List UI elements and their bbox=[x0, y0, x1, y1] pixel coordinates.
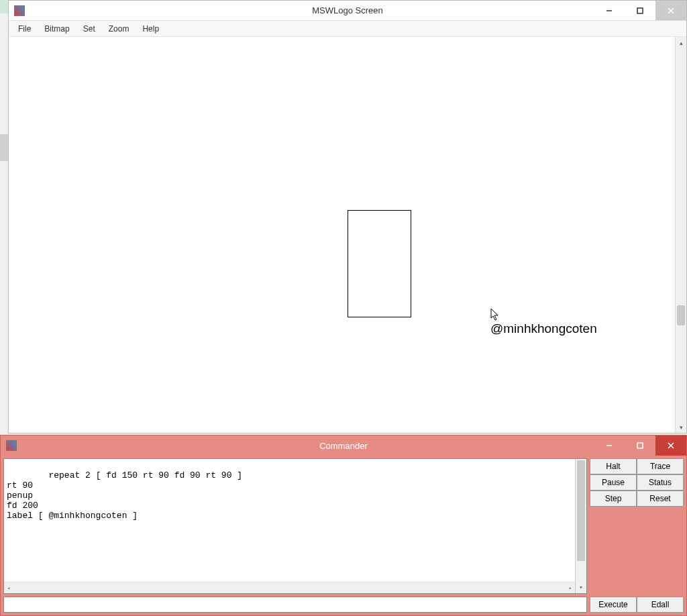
pause-button[interactable]: Pause bbox=[590, 474, 637, 491]
history-h-scrollbar[interactable]: ◂ ▸ bbox=[4, 582, 575, 593]
cursor-icon bbox=[490, 308, 500, 321]
history-v-scrollbar[interactable]: ▴ ▾ bbox=[575, 459, 586, 593]
menubar: File Bitmap Set Zoom Help bbox=[9, 21, 686, 37]
command-history[interactable]: repeat 2 [ fd 150 rt 90 fd 90 rt 90 ] rt… bbox=[3, 458, 587, 594]
reset-button[interactable]: Reset bbox=[637, 491, 684, 507]
mswlogo-window: MSWLogo Screen File Bitmap Set Zoom Help… bbox=[8, 0, 687, 433]
commander-titlebar[interactable]: Commander bbox=[1, 435, 686, 456]
window-controls bbox=[594, 435, 686, 456]
close-button[interactable] bbox=[655, 435, 686, 456]
canvas-label-text: @minhkhongcoten bbox=[490, 321, 597, 336]
maximize-icon bbox=[637, 442, 643, 449]
minimize-button[interactable] bbox=[594, 1, 625, 20]
maximize-button[interactable] bbox=[625, 1, 655, 20]
titlebar[interactable]: MSWLogo Screen bbox=[9, 1, 686, 21]
close-icon bbox=[668, 442, 674, 449]
close-button[interactable] bbox=[655, 1, 686, 20]
status-button[interactable]: Status bbox=[637, 474, 684, 491]
scrollbar-thumb[interactable] bbox=[577, 460, 585, 561]
close-icon bbox=[668, 7, 674, 14]
background-peek-left bbox=[0, 0, 8, 435]
canvas-v-scrollbar[interactable]: ▴ ▾ bbox=[675, 37, 686, 433]
menu-help[interactable]: Help bbox=[136, 22, 166, 36]
commander-window: Commander repeat 2 [ fd 150 rt 90 fd 90 … bbox=[0, 435, 687, 616]
scroll-right-icon[interactable]: ▸ bbox=[569, 584, 572, 592]
maximize-button[interactable] bbox=[625, 435, 655, 456]
drawn-rectangle bbox=[348, 210, 411, 317]
maximize-icon bbox=[637, 7, 643, 14]
commander-main: repeat 2 [ fd 150 rt 90 fd 90 rt 90 ] rt… bbox=[3, 458, 684, 594]
menu-file[interactable]: File bbox=[11, 22, 38, 36]
svg-rect-1 bbox=[637, 8, 643, 13]
trace-button[interactable]: Trace bbox=[637, 458, 684, 474]
halt-button[interactable]: Halt bbox=[590, 458, 637, 474]
app-icon bbox=[14, 5, 25, 16]
minimize-icon bbox=[606, 7, 613, 14]
scroll-down-icon[interactable]: ▾ bbox=[676, 421, 686, 433]
scroll-left-icon[interactable]: ◂ bbox=[7, 584, 10, 592]
edall-button[interactable]: Edall bbox=[637, 597, 684, 613]
command-input[interactable] bbox=[3, 597, 587, 613]
minimize-button[interactable] bbox=[594, 435, 625, 456]
command-history-text: repeat 2 [ fd 150 rt 90 fd 90 rt 90 ] rt… bbox=[7, 470, 242, 521]
scroll-up-icon[interactable]: ▴ bbox=[676, 37, 686, 48]
app-icon bbox=[6, 440, 17, 451]
commander-title: Commander bbox=[1, 441, 686, 451]
drawing-canvas[interactable]: @minhkhongcoten ▴ ▾ bbox=[9, 37, 686, 433]
execute-button[interactable]: Execute bbox=[590, 597, 637, 613]
commander-body: repeat 2 [ fd 150 rt 90 fd 90 rt 90 ] rt… bbox=[1, 456, 686, 615]
menu-set[interactable]: Set bbox=[76, 22, 102, 36]
commander-buttons: Halt Trace Pause Status Step Reset bbox=[590, 458, 684, 594]
svg-rect-5 bbox=[637, 443, 643, 448]
execute-buttons: Execute Edall bbox=[590, 597, 684, 613]
scrollbar-thumb[interactable] bbox=[677, 305, 685, 325]
minimize-icon bbox=[606, 442, 613, 449]
menu-zoom[interactable]: Zoom bbox=[102, 22, 136, 36]
scroll-down-icon[interactable]: ▾ bbox=[576, 582, 586, 593]
menu-bitmap[interactable]: Bitmap bbox=[38, 22, 76, 36]
window-controls bbox=[594, 1, 686, 20]
command-input-row: Execute Edall bbox=[3, 597, 684, 613]
window-title: MSWLogo Screen bbox=[9, 5, 686, 15]
step-button[interactable]: Step bbox=[590, 491, 637, 507]
